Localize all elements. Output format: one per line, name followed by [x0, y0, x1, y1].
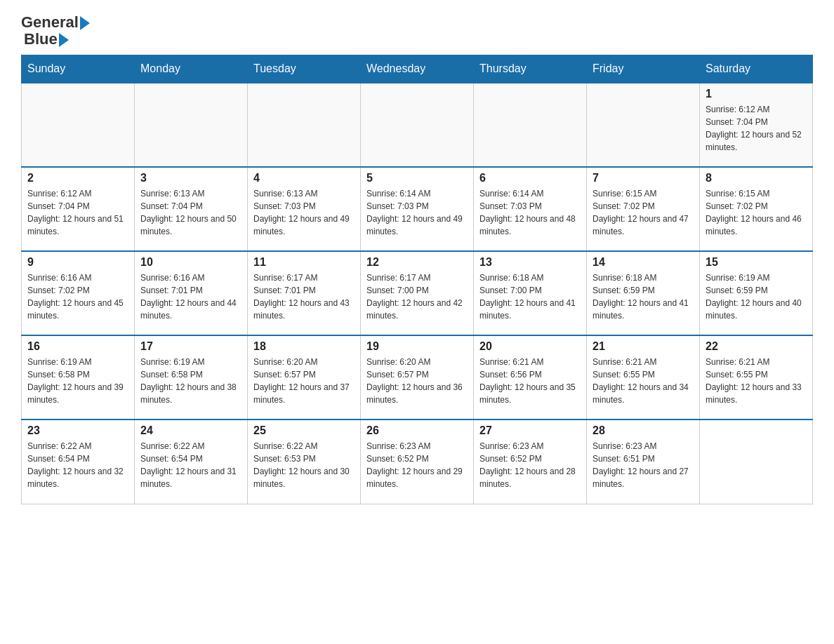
calendar-day-cell: 12Sunrise: 6:17 AMSunset: 7:00 PMDayligh…: [361, 251, 474, 335]
day-info: Sunrise: 6:21 AMSunset: 6:55 PMDaylight:…: [593, 356, 694, 406]
calendar-day-cell: 25Sunrise: 6:22 AMSunset: 6:53 PMDayligh…: [248, 420, 361, 504]
day-info: Sunrise: 6:13 AMSunset: 7:03 PMDaylight:…: [253, 187, 355, 238]
day-number: 18: [253, 340, 355, 353]
calendar-day-cell: 18Sunrise: 6:20 AMSunset: 6:57 PMDayligh…: [248, 335, 361, 420]
calendar-week-row: 16Sunrise: 6:19 AMSunset: 6:58 PMDayligh…: [22, 335, 813, 420]
day-number: 20: [479, 340, 581, 353]
day-number: 11: [253, 256, 355, 269]
day-info: Sunrise: 6:20 AMSunset: 6:57 PMDaylight:…: [366, 356, 468, 406]
day-info: Sunrise: 6:12 AMSunset: 7:04 PMDaylight:…: [27, 187, 128, 238]
day-number: 3: [140, 172, 241, 185]
calendar-day-cell: 21Sunrise: 6:21 AMSunset: 6:55 PMDayligh…: [587, 335, 700, 420]
calendar-day-cell: 23Sunrise: 6:22 AMSunset: 6:54 PMDayligh…: [22, 420, 135, 504]
day-info: Sunrise: 6:22 AMSunset: 6:54 PMDaylight:…: [140, 440, 241, 490]
day-number: 9: [27, 256, 128, 269]
calendar-day-cell: 15Sunrise: 6:19 AMSunset: 6:59 PMDayligh…: [700, 251, 813, 335]
day-number: 6: [479, 172, 581, 185]
day-info: Sunrise: 6:20 AMSunset: 6:57 PMDaylight:…: [253, 356, 355, 406]
day-info: Sunrise: 6:15 AMSunset: 7:02 PMDaylight:…: [593, 187, 694, 238]
day-number: 8: [706, 172, 807, 185]
day-info: Sunrise: 6:17 AMSunset: 7:01 PMDaylight:…: [253, 271, 355, 322]
day-info: Sunrise: 6:16 AMSunset: 7:02 PMDaylight:…: [27, 271, 128, 322]
day-info: Sunrise: 6:15 AMSunset: 7:02 PMDaylight:…: [706, 187, 807, 238]
calendar-day-cell: 10Sunrise: 6:16 AMSunset: 7:01 PMDayligh…: [135, 251, 248, 335]
logo-general: General: [21, 14, 79, 31]
day-info: Sunrise: 6:18 AMSunset: 7:00 PMDaylight:…: [479, 271, 581, 322]
day-info: Sunrise: 6:23 AMSunset: 6:51 PMDaylight:…: [593, 440, 694, 490]
day-number: 15: [706, 256, 807, 269]
day-info: Sunrise: 6:22 AMSunset: 6:54 PMDaylight:…: [27, 440, 128, 490]
day-number: 7: [593, 172, 694, 185]
day-info: Sunrise: 6:12 AMSunset: 7:04 PMDaylight:…: [706, 103, 807, 154]
page-header: General Blue: [21, 14, 813, 48]
calendar-day-cell: 3Sunrise: 6:13 AMSunset: 7:04 PMDaylight…: [135, 167, 248, 251]
calendar-table: SundayMondayTuesdayWednesdayThursdayFrid…: [21, 55, 813, 504]
day-info: Sunrise: 6:14 AMSunset: 7:03 PMDaylight:…: [366, 187, 468, 238]
calendar-week-row: 23Sunrise: 6:22 AMSunset: 6:54 PMDayligh…: [22, 420, 813, 504]
calendar-day-cell: 17Sunrise: 6:19 AMSunset: 6:58 PMDayligh…: [135, 335, 248, 420]
day-info: Sunrise: 6:14 AMSunset: 7:03 PMDaylight:…: [479, 187, 581, 238]
day-number: 16: [27, 340, 128, 353]
day-number: 1: [706, 88, 807, 100]
day-number: 17: [140, 340, 241, 353]
day-info: Sunrise: 6:23 AMSunset: 6:52 PMDaylight:…: [479, 440, 581, 490]
calendar-day-cell: [248, 83, 361, 167]
calendar-week-row: 2Sunrise: 6:12 AMSunset: 7:04 PMDaylight…: [22, 167, 813, 251]
day-number: 27: [479, 424, 581, 437]
calendar-day-cell: 27Sunrise: 6:23 AMSunset: 6:52 PMDayligh…: [474, 420, 587, 504]
logo-arrow-icon: [80, 16, 90, 30]
day-info: Sunrise: 6:19 AMSunset: 6:59 PMDaylight:…: [706, 271, 807, 322]
day-number: 28: [593, 424, 694, 437]
calendar-day-cell: [361, 83, 474, 167]
calendar-day-cell: 6Sunrise: 6:14 AMSunset: 7:03 PMDaylight…: [474, 167, 587, 251]
calendar-day-cell: 14Sunrise: 6:18 AMSunset: 6:59 PMDayligh…: [587, 251, 700, 335]
day-info: Sunrise: 6:16 AMSunset: 7:01 PMDaylight:…: [140, 271, 241, 322]
calendar-day-header: Tuesday: [248, 55, 361, 83]
calendar-day-cell: 22Sunrise: 6:21 AMSunset: 6:55 PMDayligh…: [700, 335, 813, 420]
calendar-day-header: Wednesday: [361, 55, 474, 83]
logo: General Blue: [21, 14, 90, 48]
day-number: 23: [27, 424, 128, 437]
logo-blue: Blue: [24, 31, 58, 48]
day-number: 4: [253, 172, 355, 185]
calendar-day-cell: 13Sunrise: 6:18 AMSunset: 7:00 PMDayligh…: [474, 251, 587, 335]
calendar-day-cell: 4Sunrise: 6:13 AMSunset: 7:03 PMDaylight…: [248, 167, 361, 251]
calendar-day-header: Monday: [135, 55, 248, 83]
day-info: Sunrise: 6:21 AMSunset: 6:55 PMDaylight:…: [706, 356, 807, 406]
calendar-day-cell: [700, 420, 813, 504]
calendar-day-cell: [474, 83, 587, 167]
day-number: 13: [479, 256, 581, 269]
calendar-day-cell: 7Sunrise: 6:15 AMSunset: 7:02 PMDaylight…: [587, 167, 700, 251]
day-number: 2: [27, 172, 128, 185]
day-number: 21: [593, 340, 694, 353]
calendar-header-row: SundayMondayTuesdayWednesdayThursdayFrid…: [22, 55, 813, 83]
day-info: Sunrise: 6:21 AMSunset: 6:56 PMDaylight:…: [479, 356, 581, 406]
calendar-day-cell: 20Sunrise: 6:21 AMSunset: 6:56 PMDayligh…: [474, 335, 587, 420]
calendar-day-cell: [135, 83, 248, 167]
day-number: 19: [366, 340, 468, 353]
calendar-day-cell: 2Sunrise: 6:12 AMSunset: 7:04 PMDaylight…: [22, 167, 135, 251]
calendar-day-cell: [587, 83, 700, 167]
day-info: Sunrise: 6:18 AMSunset: 6:59 PMDaylight:…: [593, 271, 694, 322]
calendar-day-header: Thursday: [474, 55, 587, 83]
calendar-day-cell: 28Sunrise: 6:23 AMSunset: 6:51 PMDayligh…: [587, 420, 700, 504]
day-number: 14: [593, 256, 694, 269]
day-info: Sunrise: 6:19 AMSunset: 6:58 PMDaylight:…: [140, 356, 241, 406]
day-number: 10: [140, 256, 241, 269]
calendar-week-row: 1Sunrise: 6:12 AMSunset: 7:04 PMDaylight…: [22, 83, 813, 167]
calendar-day-header: Sunday: [22, 55, 135, 83]
day-number: 24: [140, 424, 241, 437]
calendar-week-row: 9Sunrise: 6:16 AMSunset: 7:02 PMDaylight…: [22, 251, 813, 335]
day-number: 25: [253, 424, 355, 437]
calendar-day-cell: 16Sunrise: 6:19 AMSunset: 6:58 PMDayligh…: [22, 335, 135, 420]
calendar-day-cell: 26Sunrise: 6:23 AMSunset: 6:52 PMDayligh…: [361, 420, 474, 504]
day-info: Sunrise: 6:19 AMSunset: 6:58 PMDaylight:…: [27, 356, 128, 406]
calendar-day-cell: 19Sunrise: 6:20 AMSunset: 6:57 PMDayligh…: [361, 335, 474, 420]
day-number: 22: [706, 340, 807, 353]
calendar-day-cell: 11Sunrise: 6:17 AMSunset: 7:01 PMDayligh…: [248, 251, 361, 335]
calendar-day-cell: [22, 83, 135, 167]
day-number: 26: [366, 424, 468, 437]
calendar-day-cell: 1Sunrise: 6:12 AMSunset: 7:04 PMDaylight…: [700, 83, 813, 167]
day-info: Sunrise: 6:22 AMSunset: 6:53 PMDaylight:…: [253, 440, 355, 490]
calendar-day-header: Friday: [587, 55, 700, 83]
